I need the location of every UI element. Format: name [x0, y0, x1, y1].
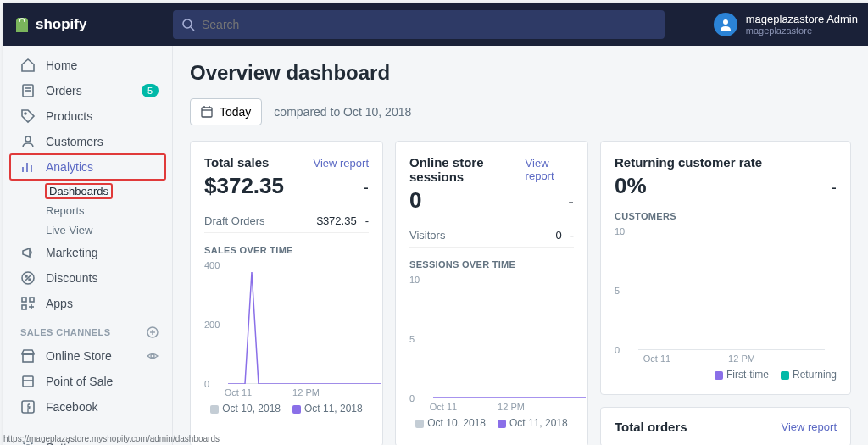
apps-icon — [20, 296, 36, 311]
card-total-orders: Total orders View report — [600, 407, 851, 445]
avatar — [714, 13, 737, 36]
svg-rect-17 — [22, 305, 26, 309]
tag-icon — [20, 108, 36, 124]
svg-rect-16 — [30, 298, 34, 302]
account-store: mageplazastore — [746, 25, 858, 36]
brand-logo[interactable]: shopify — [14, 15, 173, 34]
sidebar-label: Point of Sale — [46, 375, 113, 388]
card-title: Returning customer rate — [615, 155, 762, 170]
account-name: mageplazastore Admin — [746, 14, 858, 25]
card-returning: Returning customer rate 0% - CUSTOMERS 1… — [600, 141, 851, 395]
svg-point-7 — [25, 136, 31, 142]
analytics-icon — [20, 159, 36, 175]
svg-point-14 — [29, 279, 31, 281]
view-report-link[interactable]: View report — [526, 157, 574, 182]
svg-point-2 — [723, 19, 728, 25]
eye-icon[interactable] — [147, 350, 159, 362]
svg-rect-25 — [23, 376, 33, 387]
svg-rect-15 — [22, 298, 26, 302]
orders-badge: 5 — [142, 84, 159, 97]
sidebar: Home Orders 5 Products Customers Analyti… — [3, 46, 173, 445]
svg-rect-23 — [23, 354, 33, 362]
sidebar-label: Facebook — [46, 400, 97, 414]
channel-facebook[interactable]: Facebook — [3, 394, 172, 420]
sidebar-item-marketing[interactable]: Marketing — [3, 240, 172, 265]
sales-chart: 400 200 0 Oct 11 12 PM — [204, 265, 369, 384]
person-icon — [20, 134, 36, 149]
add-channel-icon[interactable] — [147, 326, 159, 338]
orders-icon — [20, 83, 36, 98]
sidebar-label: Products — [46, 109, 92, 123]
sidebar-label: Orders — [46, 84, 82, 97]
returning-value: 0% — [615, 173, 647, 199]
discount-icon — [20, 270, 36, 286]
view-report-link[interactable]: View report — [781, 420, 837, 433]
home-icon — [20, 58, 36, 73]
sidebar-sub-dashboards[interactable]: Dashboards — [46, 181, 172, 201]
shopify-bag-icon — [14, 15, 31, 34]
account-menu[interactable]: mageplazastore Admin mageplazastore — [697, 13, 858, 36]
sidebar-item-customers[interactable]: Customers — [3, 129, 172, 154]
sidebar-item-products[interactable]: Products — [3, 103, 172, 129]
sidebar-item-analytics[interactable]: Analytics — [10, 154, 165, 180]
date-range-button[interactable]: Today — [190, 98, 262, 125]
card-title: Total sales — [204, 155, 269, 170]
status-bar-url: https://mageplazastore.myshopify.com/adm… — [3, 434, 220, 443]
sidebar-item-orders[interactable]: Orders 5 — [3, 78, 172, 103]
delta: - — [831, 178, 837, 197]
search-input[interactable] — [202, 18, 656, 31]
store-icon — [20, 348, 36, 364]
page-title: Overview dashboard — [190, 61, 851, 85]
sidebar-label: Discounts — [46, 271, 97, 285]
sidebar-label: Marketing — [46, 246, 97, 259]
chart-legend: Oct 10, 2018 Oct 11, 2018 — [409, 417, 574, 429]
chart-title: SESSIONS OVER TIME — [409, 259, 574, 270]
sessions-value: 0 — [409, 187, 421, 214]
svg-point-13 — [25, 275, 27, 277]
search-icon — [181, 18, 195, 31]
facebook-icon — [20, 399, 36, 414]
channel-pos[interactable]: Point of Sale — [3, 369, 172, 394]
sidebar-sub-liveview[interactable]: Live View — [46, 220, 172, 240]
sub-label: Visitors — [409, 229, 445, 242]
channel-online-store[interactable]: Online Store — [3, 343, 172, 369]
card-sessions: Online store sessions View report 0 - Vi… — [395, 141, 588, 445]
sidebar-label: Online Store — [46, 349, 112, 363]
svg-line-12 — [25, 275, 31, 281]
date-compare-text: compared to Oct 10, 2018 — [274, 105, 411, 119]
sidebar-item-home[interactable]: Home — [3, 53, 172, 78]
view-report-link[interactable]: View report — [313, 157, 369, 170]
megaphone-icon — [20, 245, 36, 260]
total-sales-value: $372.35 — [204, 173, 284, 199]
sidebar-item-apps[interactable]: Apps — [3, 291, 172, 316]
svg-point-0 — [183, 19, 192, 28]
sub-label: Draft Orders — [204, 214, 265, 227]
delta: - — [568, 192, 574, 212]
card-title: Online store sessions — [409, 155, 526, 184]
pos-icon — [20, 374, 36, 389]
brand-name: shopify — [36, 16, 86, 33]
sessions-chart: 10 5 0 Oct 11 12 PM — [409, 280, 574, 398]
customers-chart: 10 5 0 Oct 11 12 PM — [615, 231, 837, 350]
chart-legend: Oct 10, 2018 Oct 11, 2018 — [204, 403, 369, 414]
sidebar-label: Apps — [46, 297, 73, 310]
chart-title: SALES OVER TIME — [204, 245, 369, 255]
chart-title: CUSTOMERS — [615, 211, 837, 221]
sidebar-label: Analytics — [46, 160, 93, 174]
sidebar-label: Customers — [46, 135, 103, 148]
main-content: Overview dashboard Today compared to Oct… — [173, 46, 868, 445]
delta: - — [363, 178, 369, 197]
topbar: shopify mageplazastore Admin mageplazast… — [3, 3, 868, 46]
svg-rect-29 — [202, 108, 212, 117]
sidebar-item-discounts[interactable]: Discounts — [3, 265, 172, 291]
svg-point-24 — [151, 354, 154, 358]
search-bar[interactable] — [173, 10, 665, 39]
sidebar-label: Home — [46, 58, 77, 72]
svg-point-6 — [25, 113, 26, 114]
person-icon — [719, 18, 732, 31]
sidebar-sub-reports[interactable]: Reports — [46, 201, 172, 220]
sales-channels-header: SALES CHANNELS — [3, 316, 172, 343]
calendar-icon — [201, 106, 213, 118]
svg-line-1 — [191, 27, 194, 31]
card-title: Total orders — [615, 420, 687, 434]
